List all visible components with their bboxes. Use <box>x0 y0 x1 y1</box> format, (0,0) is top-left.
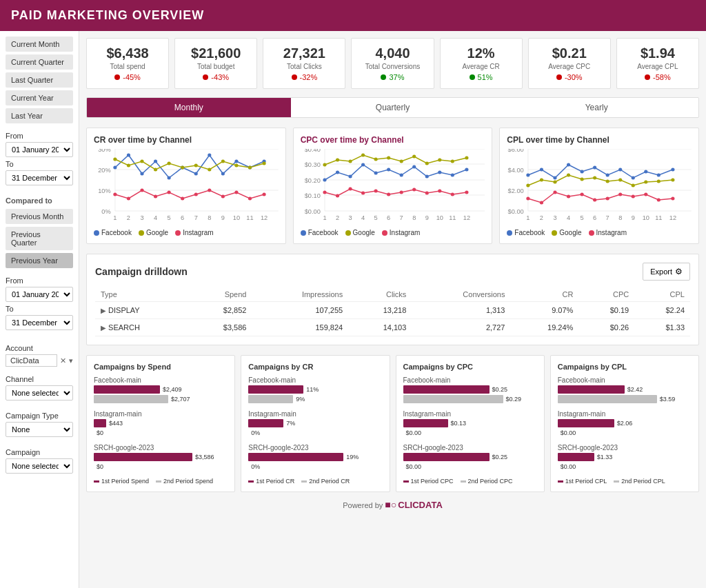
bar-legend: 1st Period CR 2nd Period CR <box>248 478 382 485</box>
cpl-chart-card: CPL over time by Channel $6.00 $4.00 $2.… <box>499 128 699 244</box>
change-indicator <box>203 74 208 80</box>
svg-text:$4.00: $4.00 <box>508 167 524 174</box>
svg-point-87 <box>412 155 416 159</box>
cpc-title-colored: CPC over time by Channel <box>301 135 404 145</box>
bar-legend-label-1: 1st Period Spend <box>101 478 149 485</box>
bar-row-2: $3.59 <box>558 395 692 403</box>
cpc-chart-legend: Facebook Google Instagram <box>301 229 485 236</box>
bar-legend: 1st Period CPL 2nd Period CPL <box>558 478 692 485</box>
tab-yearly[interactable]: Yearly <box>494 98 698 117</box>
bar-legend-item-1: 1st Period CR <box>248 478 294 485</box>
cpc-chart-title: CPC over time by Channel <box>301 135 485 145</box>
row-spend: $2,852 <box>188 302 252 319</box>
svg-point-155 <box>606 197 609 201</box>
g-label2: Google <box>559 229 581 236</box>
fb-label: Facebook <box>308 229 339 236</box>
bar-row-2: $0 <box>94 463 228 471</box>
svg-point-136 <box>672 168 675 172</box>
channel-select[interactable]: None selected <box>6 385 73 401</box>
bar-group: SRCH-google-2023 $3,586 $0 <box>94 444 228 471</box>
bar-group: Instagram-main $0.13 $0.00 <box>403 410 537 437</box>
bar-legend: 1st Period CPC 2nd Period CPC <box>403 478 537 485</box>
bar-label: Facebook-main <box>403 376 537 384</box>
svg-point-34 <box>127 197 130 201</box>
campaign-label: Campaign <box>6 448 73 456</box>
svg-point-144 <box>618 179 622 182</box>
bar-chart-0: Campaigns by Spend Facebook-main $2,409 … <box>86 355 235 492</box>
bar-legend-dot-2 <box>461 480 466 483</box>
svg-point-76 <box>425 175 428 179</box>
bar-row-1: 7% <box>248 419 382 427</box>
cpc-chart-area: $0.40 $0.30 $0.20 $0.10 $0.00 <box>301 149 485 225</box>
svg-text:6: 6 <box>181 214 184 221</box>
svg-text:$0.00: $0.00 <box>508 208 524 215</box>
change-value: -32% <box>300 73 318 81</box>
svg-point-89 <box>438 159 441 162</box>
fb-dot2 <box>507 230 512 236</box>
sidebar-btn-prev-year[interactable]: Previous Year <box>6 253 73 268</box>
from-date-select[interactable]: 01 January 2023 <box>6 142 73 157</box>
campaign-type-select[interactable]: None <box>6 422 73 437</box>
expand-icon[interactable]: ▶ <box>101 324 106 332</box>
tab-monthly[interactable]: Monthly <box>87 98 291 117</box>
sidebar-btn-current-month[interactable]: Current Month <box>6 37 73 52</box>
svg-point-159 <box>657 199 660 202</box>
fb-dot <box>301 230 306 236</box>
col-spend: Spend <box>188 287 252 302</box>
svg-point-35 <box>140 189 143 192</box>
sidebar-btn-current-year[interactable]: Current Year <box>6 90 73 105</box>
sidebar-btn-prev-month[interactable]: Previous Month <box>6 209 73 224</box>
comp-to-date-select[interactable]: 31 December 2022 <box>6 315 73 330</box>
svg-point-138 <box>540 179 543 182</box>
row-cpl: $1.33 <box>634 319 690 336</box>
row-cr: 19.24% <box>510 319 578 336</box>
row-impressions: 107,255 <box>252 302 348 319</box>
svg-point-141 <box>581 178 584 181</box>
sidebar-btn-last-quarter[interactable]: Last Quarter <box>6 72 73 88</box>
svg-point-149 <box>527 197 530 201</box>
bar-label: Instagram-main <box>248 410 382 418</box>
svg-point-125 <box>527 174 530 177</box>
sidebar-btn-prev-quarter[interactable]: Previous Quarter <box>6 227 73 250</box>
row-cpc: $0.19 <box>578 302 634 319</box>
from-label: From <box>6 132 73 140</box>
account-value: ClicData <box>6 354 57 367</box>
sidebar-btn-current-quarter[interactable]: Current Quarter <box>6 54 73 70</box>
bar-legend-item-2: 2nd Period Spend <box>156 478 213 485</box>
expand-icon[interactable]: ▶ <box>101 307 106 314</box>
tab-quarterly[interactable]: Quarterly <box>291 98 495 117</box>
svg-point-129 <box>581 170 584 174</box>
page-title: PAID MARKETING OVERVIEW <box>11 8 204 22</box>
comp-from-date-select[interactable]: 01 January 2022 <box>6 287 73 302</box>
svg-text:20%: 20% <box>98 167 111 174</box>
metric-label: Average CPC <box>534 63 605 70</box>
footer-logo-text: CLICDATA <box>398 500 443 510</box>
svg-point-69 <box>336 171 339 174</box>
metric-label: Total Clicks <box>269 63 339 70</box>
bar-2nd-val: $0.00 <box>561 463 576 470</box>
svg-point-151 <box>554 191 557 194</box>
svg-point-84 <box>374 158 377 161</box>
svg-point-147 <box>657 180 660 183</box>
bar-legend-label-1: 1st Period CR <box>256 478 294 485</box>
bar-legend-item-2: 2nd Period CR <box>301 478 350 485</box>
campaign-select[interactable]: None selected <box>6 458 73 474</box>
svg-point-85 <box>387 156 390 160</box>
google-legend-dot <box>139 230 144 236</box>
svg-text:9: 9 <box>425 214 428 221</box>
to-date-select[interactable]: 31 December 2023 <box>6 170 73 185</box>
export-button[interactable]: Export ⚙ <box>643 263 690 281</box>
svg-text:10: 10 <box>436 214 443 221</box>
svg-text:11: 11 <box>246 214 253 221</box>
metric-label: Total Conversions <box>357 63 427 70</box>
ig-label2: Instagram <box>596 229 627 236</box>
bar-legend-label-2: 2nd Period Spend <box>163 478 213 485</box>
svg-point-135 <box>657 174 660 177</box>
sidebar-btn-last-year[interactable]: Last Year <box>6 108 73 123</box>
bar-1st-val: 7% <box>286 420 295 427</box>
bar-group: Facebook-main $2,409 $2,707 <box>94 376 228 403</box>
bar-2nd-val: $0.29 <box>506 396 522 403</box>
svg-text:3: 3 <box>348 214 352 221</box>
svg-text:8: 8 <box>412 214 416 221</box>
change-value: -58% <box>653 73 671 81</box>
